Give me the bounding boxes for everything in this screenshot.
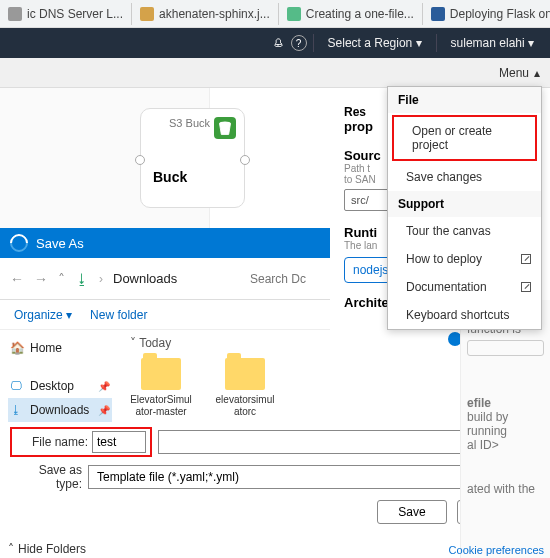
right-panel-fragment: when your function is efilebuild by runn…	[460, 300, 550, 558]
cookie-link[interactable]: Cookie preferences	[449, 544, 544, 556]
tab-2[interactable]: Creating a one-file...	[279, 3, 423, 25]
tab-3[interactable]: Deploying Flask on...	[423, 3, 550, 25]
region-selector[interactable]: Select a Region ▾	[320, 32, 430, 54]
dropdown-menu: File Open or create project Save changes…	[387, 86, 542, 330]
s3-bucket-card[interactable]: S3 Buck Buck	[140, 108, 245, 208]
tree-desktop[interactable]: 🖵Desktop📌	[8, 374, 112, 398]
menu-button[interactable]: Menu ▴	[499, 66, 540, 80]
back-icon[interactable]: ←	[10, 271, 24, 287]
file-item-0[interactable]: ElevatorSimulator-master	[130, 358, 192, 418]
svg-point-0	[220, 122, 231, 126]
download-icon: ⭳	[75, 271, 89, 287]
chevron-up-icon: ˄	[8, 542, 14, 556]
savetype-label: Save as type:	[10, 463, 82, 491]
home-icon: 🏠	[10, 341, 24, 355]
tree-downloads[interactable]: ⭳Downloads📌	[8, 398, 112, 422]
tab-0[interactable]: ic DNS Server L...	[0, 3, 132, 25]
location[interactable]: Downloads	[113, 271, 177, 286]
external-link-icon	[521, 282, 531, 292]
tab-1[interactable]: akhenaten-sphinx.j...	[132, 3, 279, 25]
filename-input[interactable]	[92, 431, 146, 453]
up-icon[interactable]: ˄	[58, 271, 65, 287]
filename-label: File name:	[16, 435, 88, 449]
browser-tabs: ic DNS Server L... akhenaten-sphinx.j...…	[0, 0, 550, 28]
aws-topbar: 🕭 ? Select a Region ▾ suleman elahi ▾	[0, 28, 550, 58]
chevron-right-icon: ›	[99, 272, 103, 286]
menu-docs[interactable]: Documentation	[388, 273, 541, 301]
saveas-nav: ← → ˄ ⭳ › Downloads	[0, 258, 330, 300]
group-today: ˅ Today	[130, 336, 450, 350]
user-menu[interactable]: suleman elahi ▾	[443, 32, 542, 54]
menu-deploy[interactable]: How to deploy	[388, 245, 541, 273]
card-title: Buck	[153, 169, 236, 185]
pin-icon: 📌	[98, 381, 110, 392]
help-icon[interactable]: ?	[291, 35, 307, 51]
external-link-icon	[521, 254, 531, 264]
menu-section-file: File	[388, 87, 541, 113]
download-icon: ⭳	[10, 403, 24, 417]
menu-section-support: Support	[388, 191, 541, 217]
dialog-title: Save As	[36, 236, 84, 251]
forward-icon[interactable]: →	[34, 271, 48, 287]
organize-button[interactable]: Organize ▾	[14, 308, 72, 322]
menu-save-changes[interactable]: Save changes	[388, 163, 541, 191]
newfolder-button[interactable]: New folder	[90, 308, 147, 322]
file-item-1[interactable]: elevatorsimulatorc	[214, 358, 276, 418]
hide-folders[interactable]: ˄Hide Folders	[8, 542, 86, 556]
bell-icon[interactable]: 🕭	[273, 36, 285, 50]
search-input[interactable]	[250, 272, 320, 286]
folder-icon	[141, 358, 181, 390]
save-button[interactable]: Save	[377, 500, 446, 524]
menu-shortcuts[interactable]: Keyboard shortcuts	[388, 301, 541, 329]
menu-open-create[interactable]: Open or create project	[392, 115, 537, 161]
menubar: Menu ▴	[0, 58, 550, 88]
pin-icon: 📌	[98, 405, 110, 416]
edge-icon	[6, 230, 31, 255]
saveas-titlebar: Save As	[0, 228, 330, 258]
toolbar: Organize ▾ New folder	[0, 300, 330, 330]
tree-home[interactable]: 🏠Home	[8, 336, 112, 360]
bucket-icon	[214, 117, 236, 139]
connector-right[interactable]	[240, 155, 250, 165]
folder-icon	[225, 358, 265, 390]
desktop-icon: 🖵	[10, 379, 24, 393]
connector-left[interactable]	[135, 155, 145, 165]
menu-tour[interactable]: Tour the canvas	[388, 217, 541, 245]
canvas[interactable]: S3 Buck Buck	[0, 88, 210, 228]
chevron-up-icon: ▴	[534, 66, 540, 80]
